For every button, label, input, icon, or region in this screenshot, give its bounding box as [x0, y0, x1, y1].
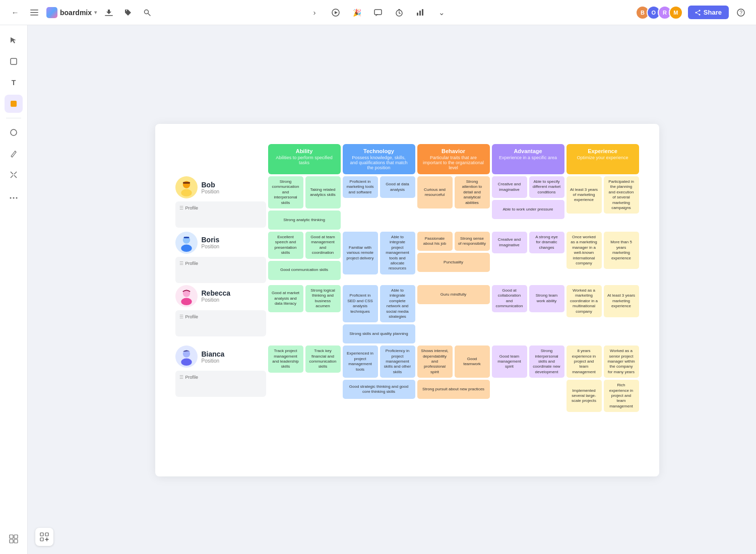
card[interactable]: Worked as a senior project manager withi…	[604, 345, 639, 378]
sidebar-more-icon[interactable]	[5, 189, 23, 207]
card[interactable]: Strong attention to detail and analytica…	[455, 176, 490, 209]
card[interactable]: Able to specify different market conditi…	[529, 176, 564, 198]
help-icon[interactable]: ?	[734, 6, 748, 20]
card[interactable]: Good communication skills	[268, 261, 341, 280]
comment-icon[interactable]	[371, 6, 385, 20]
persona-name-text-boris: Boris Position	[202, 236, 220, 249]
sidebar-frame-icon[interactable]	[5, 52, 23, 71]
card[interactable]: Guru mindfully	[417, 285, 490, 304]
play-icon[interactable]	[329, 6, 343, 20]
confetti-icon[interactable]: 🎉	[350, 6, 364, 20]
card[interactable]: Creative and imaginative	[492, 232, 527, 253]
bianca-experience-row1: 8 years experience in project and team m…	[566, 345, 639, 378]
rebecca-ability-row1: Good at market analysis and data literac…	[268, 285, 341, 312]
card[interactable]: Once worked as a marketing manager in a …	[566, 232, 602, 269]
svg-rect-47	[40, 533, 43, 536]
card[interactable]: Strong team work ability	[529, 285, 564, 312]
card[interactable]: Curious and resourceful	[417, 176, 453, 209]
card[interactable]: Strong analytic thinking	[268, 211, 341, 230]
svg-rect-23	[11, 58, 17, 64]
menu-button[interactable]	[27, 6, 41, 20]
col-header-behavior: Behavior Particular traits that are impo…	[417, 144, 490, 174]
boris-tech-row1: Familiar with various remote project del…	[343, 232, 415, 274]
card[interactable]: Experienced in project management tools	[343, 345, 378, 378]
card[interactable]: Excellent speech and presentation skills	[268, 232, 303, 259]
svg-rect-9	[374, 10, 382, 15]
card[interactable]: Punctuality	[417, 253, 490, 272]
download-button[interactable]	[102, 6, 116, 20]
card[interactable]: Proficient in marketing tools and softwa…	[343, 176, 378, 198]
card[interactable]: Rich experience in project and team mana…	[604, 380, 639, 412]
card[interactable]: Good teamwork	[455, 345, 490, 378]
card[interactable]: Strong skills and quality planning	[343, 324, 415, 343]
card[interactable]: Creative and imaginative	[492, 176, 527, 198]
add-template-button[interactable]	[35, 528, 53, 546]
chart-icon[interactable]	[413, 6, 427, 20]
card[interactable]: Proficiency in project management skills…	[380, 345, 415, 378]
tag-button[interactable]	[121, 6, 135, 20]
card[interactable]: Strong logical thinking and business acu…	[305, 285, 341, 312]
svg-rect-49	[40, 538, 43, 541]
col-header-ability: Ability Abilities to perform specified t…	[268, 144, 341, 174]
card[interactable]: A strong eye for dramatic changes	[529, 232, 564, 253]
search-button[interactable]	[140, 6, 154, 20]
card[interactable]: 8 years experience in project and team m…	[566, 345, 602, 378]
svg-rect-48	[45, 533, 48, 536]
card[interactable]: Good team management spirit	[492, 345, 527, 378]
bianca-tech-row1: Experienced in project management tools …	[343, 345, 415, 378]
chevron-left-icon[interactable]: ›	[307, 6, 322, 20]
card[interactable]: Participated in the planning and executi…	[604, 176, 639, 214]
sidebar-text-icon[interactable]: T	[5, 74, 23, 92]
card[interactable]: Strong interpersonal skills and coordina…	[529, 345, 564, 378]
card[interactable]: Strong communication and interpersonal s…	[268, 176, 303, 209]
bianca-tech-col: Experienced in project management tools …	[343, 345, 415, 412]
card[interactable]: Implemented several large-scale projects	[566, 380, 602, 412]
boris-ability-row2: Good communication skills	[268, 261, 341, 280]
card[interactable]: Good at team management and coordination	[305, 232, 341, 259]
card[interactable]: Able to integrate complete network and s…	[380, 285, 415, 322]
card[interactable]: At least 3 years marketing experience	[604, 285, 639, 317]
share-button[interactable]: Share	[688, 6, 729, 19]
svg-line-27	[14, 175, 17, 178]
card[interactable]: Track project management and leadership …	[268, 345, 303, 373]
sidebar-grid-icon[interactable]	[5, 530, 23, 548]
card[interactable]: Good at collaboration and communication	[492, 285, 527, 312]
card[interactable]: Worked as a marketing coordinator in a m…	[566, 285, 602, 317]
col-header-advantage: Advantage Experience in a specific area	[492, 144, 564, 174]
card[interactable]: At least 3 years of marketing experience	[566, 176, 602, 214]
timer-icon[interactable]	[392, 6, 406, 20]
sidebar-pen-icon[interactable]	[5, 145, 23, 163]
bob-tech-row1: Proficient in marketing tools and softwa…	[343, 176, 415, 198]
card[interactable]: Strong sense of responsibility	[455, 232, 490, 251]
card[interactable]: Good strategic thinking and good core th…	[343, 380, 415, 399]
card[interactable]: Shows interest, dependability and profes…	[417, 345, 453, 378]
card[interactable]: Track key financial and communication sk…	[305, 345, 341, 373]
card[interactable]: Proficient in SED and CSS analysis techn…	[343, 285, 378, 322]
svg-line-5	[148, 14, 150, 16]
card[interactable]: Passionate about his job	[417, 232, 453, 251]
persona-header-bob: Bob Position	[175, 176, 266, 198]
expand-icon[interactable]: ⌄	[434, 6, 449, 20]
sidebar-note-icon[interactable]	[5, 95, 23, 113]
card[interactable]: Strong pursuit about new practices	[417, 380, 490, 399]
sidebar-shape-icon[interactable]	[5, 123, 23, 142]
sidebar-cursor-icon[interactable]	[5, 31, 23, 49]
sidebar: T	[0, 25, 28, 554]
brand[interactable]: boardmix ▾	[46, 7, 97, 18]
back-button[interactable]: ←	[8, 6, 22, 20]
card[interactable]: Able to integrate project management too…	[380, 232, 415, 274]
card[interactable]: More than 5 years marketing experience	[604, 232, 639, 269]
card[interactable]: Familiar with various remote project del…	[343, 232, 378, 274]
persona-info-bob: Bob Position ☰ Profile	[175, 176, 266, 230]
card[interactable]: Able to work under pressure	[492, 200, 564, 219]
card[interactable]: Good at market analysis and data literac…	[268, 285, 303, 312]
rebecca-experience-col: Worked as a marketing coordinator in a m…	[566, 285, 639, 343]
card[interactable]: Good at data analysis	[380, 176, 415, 198]
brand-icon	[46, 7, 57, 18]
card[interactable]: Taking related analytics skills	[305, 176, 341, 209]
svg-line-19	[696, 13, 700, 15]
boris-behavior-row2: Punctuality	[417, 253, 490, 272]
topbar: ← boardmix ▾	[0, 0, 756, 25]
bianca-tech-row2: Good strategic thinking and good core th…	[343, 380, 415, 399]
sidebar-cross-icon[interactable]	[5, 166, 23, 184]
